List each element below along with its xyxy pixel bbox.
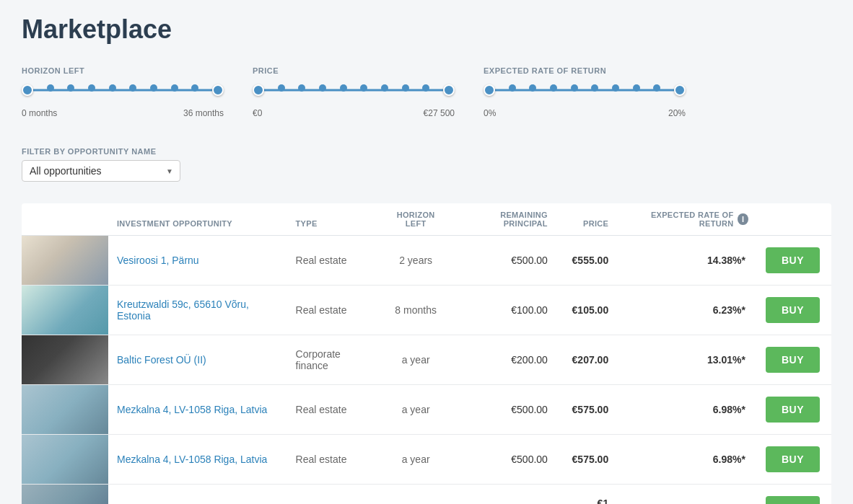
horizon-dot [129,84,136,92]
rate-thumb-right[interactable] [674,84,686,96]
col-action [757,203,831,236]
rate-dots [484,84,686,96]
horizon-thumb-left[interactable] [22,84,33,96]
price-slider[interactable] [253,79,455,101]
row-rate-cell: 8.85%* [617,485,757,505]
row-rate-cell: 6.23%* [617,286,757,335]
price-max: €27 500 [424,108,455,118]
row-type-cell: Real estate [287,435,379,485]
row-price-cell: €555.00 [556,236,617,286]
name-select-wrapper: All opportunities Vesiroosi 1, Pärnu Kre… [22,160,180,182]
investment-name-link[interactable]: Baltic Forest OÜ (II) [117,354,206,366]
investment-thumbnail [22,385,108,434]
row-image-cell [22,485,108,505]
horizon-slider[interactable] [22,79,224,101]
row-price-cell: €1 130.00 [556,485,617,505]
row-price-cell: €575.00 [556,385,617,435]
horizon-dot [47,84,54,92]
table-header: INVESTMENT OPPORTUNITY TYPE HORIZON LEFT… [22,203,831,236]
horizon-filter-label: HORIZON LEFT [22,66,224,75]
rate-info-icon[interactable]: i [738,213,748,225]
price-range: €0 €27 500 [253,108,455,118]
horizon-dot [67,84,74,92]
col-investment: INVESTMENT OPPORTUNITY [108,203,287,236]
buy-button[interactable]: BUY [766,297,820,323]
investment-name-link[interactable]: Vesiroosi 1, Pärnu [117,255,199,266]
horizon-dot [88,84,95,92]
table-row: Baltic Forest OÜ (II) Corporate finance … [22,335,831,385]
col-type: TYPE [287,203,379,236]
price-dot [278,84,285,92]
horizon-dots [22,84,224,96]
page-title: Marketplace [22,14,831,45]
row-horizon-cell: a year [378,385,452,435]
row-buy-cell: BUY [757,286,831,335]
investment-name-link[interactable]: Mezkalna 4, LV-1058 Riga, Latvia [117,454,267,465]
buy-button[interactable]: BUY [766,247,820,273]
col-rate: EXPECTED RATE OF RETURN i [617,203,757,236]
investment-thumbnail [22,286,108,335]
row-price-cell: €575.00 [556,435,617,485]
table-row: Mezkalna 4, LV-1058 Riga, Latvia Real es… [22,385,831,435]
row-type-cell: Corporate finance [287,335,379,385]
horizon-dot [150,84,157,92]
price-thumb-left[interactable] [253,84,264,96]
row-principal-cell: €200.00 [453,335,556,385]
row-horizon-cell: 8 months [378,286,452,335]
price-dot [298,84,305,92]
row-horizon-cell: a year [378,435,452,485]
table-row: Mezkalna 4, LV-1058 Riga, Latvia Real es… [22,435,831,485]
price-dots [253,84,455,96]
rate-dot [653,84,660,92]
rate-dot [612,84,619,92]
row-name-cell: Mezkalna 4, LV-1058 Riga, Latvia [108,435,287,485]
row-principal-cell: €500.00 [453,435,556,485]
row-name-cell: Baltic Forest OÜ (II) [108,335,287,385]
table-row: Kreutzwaldi 59c, 65610 Võru, Estonia Rea… [22,286,831,335]
rate-dot [591,84,598,92]
horizon-thumb-right[interactable] [212,84,224,96]
rate-thumb-left[interactable] [484,84,495,96]
investment-name-link[interactable]: Kreutzwaldi 59c, 65610 Võru, Estonia [117,299,249,322]
horizon-dot [191,84,198,92]
marketplace-page: Marketplace HORIZON LEFT [0,0,853,504]
row-name-cell: Vesiroosi 1, Pärnu [108,236,287,286]
row-type-cell: Real estate [287,286,379,335]
buy-button[interactable]: BUY [766,397,820,423]
price-dot [422,84,429,92]
col-horizon: HORIZON LEFT [378,203,452,236]
buy-button[interactable]: BUY [766,496,820,504]
col-price: PRICE [556,203,617,236]
buy-button[interactable]: BUY [766,446,820,472]
table-body: Vesiroosi 1, Pärnu Real estate 2 years €… [22,236,831,505]
col-principal: REMAINING PRINCIPAL [453,203,556,236]
rate-slider[interactable] [484,79,686,101]
rate-filter-label: EXPECTED RATE OF RETURN [484,66,686,75]
row-name-cell: Mezkalna 4, LV-1058 Riga, Latvia [108,485,287,505]
row-buy-cell: BUY [757,385,831,435]
horizon-filter: HORIZON LEFT 0 months 36 m [22,66,224,118]
row-rate-cell: 6.98%* [617,435,757,485]
row-name-cell: Mezkalna 4, LV-1058 Riga, Latvia [108,385,287,435]
row-buy-cell: BUY [757,485,831,505]
rate-dot [509,84,516,92]
price-dot [340,84,347,92]
row-name-cell: Kreutzwaldi 59c, 65610 Võru, Estonia [108,286,287,335]
row-image-cell [22,385,108,435]
row-image-cell [22,435,108,485]
buy-button[interactable]: BUY [766,347,820,373]
row-horizon-cell: a year [378,335,452,385]
horizon-dot [109,84,116,92]
row-buy-cell: BUY [757,236,831,286]
rate-dot [529,84,536,92]
name-filter-select[interactable]: All opportunities Vesiroosi 1, Pärnu Kre… [22,160,180,182]
investment-name-link[interactable]: Mezkalna 4, LV-1058 Riga, Latvia [117,404,267,415]
row-price-cell: €105.00 [556,286,617,335]
investment-thumbnail [22,435,108,484]
col-image [22,203,108,236]
price-thumb-right[interactable] [443,84,455,96]
price-dot [360,84,367,92]
rate-dot [571,84,578,92]
price-filter-label: PRICE [253,66,455,75]
investments-table: INVESTMENT OPPORTUNITY TYPE HORIZON LEFT… [22,203,831,504]
